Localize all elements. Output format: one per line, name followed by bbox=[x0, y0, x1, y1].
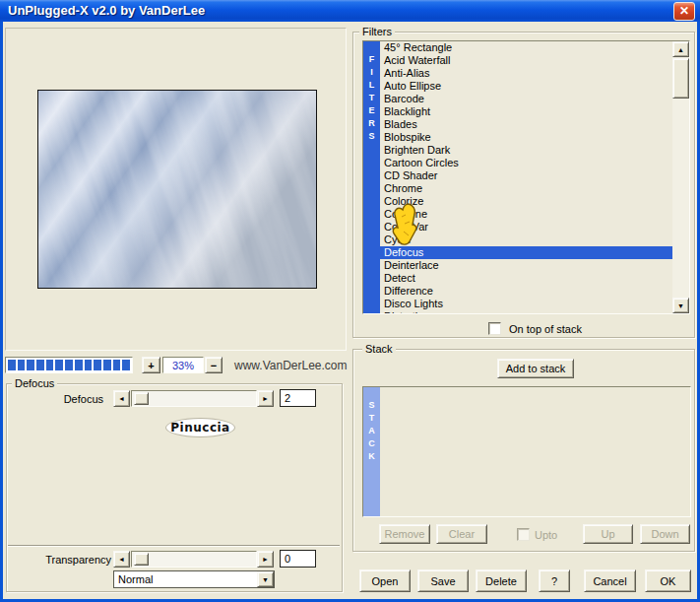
filter-list-item[interactable]: Disco Lights bbox=[380, 298, 672, 310]
transparency-slider-thumb[interactable] bbox=[134, 553, 149, 566]
filter-list-item[interactable]: Colorize bbox=[380, 195, 672, 208]
stack-list[interactable] bbox=[380, 387, 690, 516]
filter-list-item[interactable]: Barcode bbox=[380, 93, 672, 105]
progress-segment bbox=[65, 360, 73, 370]
defocus-slider-right-arrow-icon[interactable]: ► bbox=[257, 390, 274, 407]
remove-button[interactable]: Remove bbox=[379, 524, 430, 544]
upto-label: Upto bbox=[535, 529, 557, 541]
filters-group-title: Filters bbox=[359, 26, 395, 37]
zoom-progress-bar bbox=[5, 357, 133, 373]
stack-group-title: Stack bbox=[362, 343, 396, 355]
progress-segment bbox=[27, 360, 34, 370]
filter-list-item[interactable]: 45° Rectangle bbox=[380, 41, 672, 54]
transparency-slider-left-arrow-icon[interactable]: ◄ bbox=[113, 551, 130, 568]
filter-list-item[interactable]: Blacklight bbox=[380, 105, 672, 118]
scrollbar-down-arrow-icon[interactable]: ▼ bbox=[672, 298, 689, 313]
defocus-texture-image bbox=[38, 91, 317, 289]
filter-list-item[interactable]: CD Shader bbox=[380, 169, 672, 182]
defocus-slider-label: Defocus bbox=[56, 393, 103, 405]
help-button[interactable]: ? bbox=[539, 569, 570, 592]
on-top-of-stack-checkbox[interactable] bbox=[488, 322, 501, 335]
filter-list-item[interactable]: Brighten Dark bbox=[380, 144, 672, 157]
defocus-value-field[interactable]: 2 bbox=[280, 389, 316, 407]
save-button[interactable]: Save bbox=[417, 569, 469, 592]
zoom-out-button[interactable]: − bbox=[205, 357, 223, 373]
open-button[interactable]: Open bbox=[359, 569, 411, 592]
website-link[interactable]: www.VanDerLee.com bbox=[234, 359, 348, 372]
progress-segment bbox=[85, 360, 93, 370]
defocus-group-title: Defocus bbox=[12, 377, 57, 389]
transparency-slider-label: Transparency bbox=[30, 554, 111, 566]
filter-list-item[interactable]: Cartoon Circles bbox=[380, 157, 672, 169]
blend-mode-dropdown[interactable]: Normal ▼ bbox=[113, 570, 275, 588]
filter-list-item[interactable]: Cycle bbox=[380, 234, 672, 246]
filter-list-item[interactable]: Blades bbox=[380, 118, 672, 131]
transparency-slider-right-arrow-icon[interactable]: ► bbox=[257, 551, 274, 568]
upto-checkbox[interactable] bbox=[517, 528, 530, 541]
filter-list-item[interactable]: Blobspike bbox=[380, 131, 672, 144]
ok-button[interactable]: OK bbox=[645, 569, 691, 592]
titlebar[interactable]: UnPlugged-X v2.0 by VanDerLee ✕ bbox=[0, 0, 700, 22]
cancel-button[interactable]: Cancel bbox=[584, 569, 636, 592]
filter-list-item[interactable]: Acid Waterfall bbox=[380, 54, 672, 67]
scrollbar-thumb[interactable] bbox=[672, 58, 689, 99]
filter-list-item[interactable]: Chrome bbox=[380, 182, 672, 195]
progress-segment bbox=[103, 360, 111, 370]
filter-list-item[interactable]: Anti-Alias bbox=[380, 67, 672, 80]
up-button[interactable]: Up bbox=[583, 524, 633, 544]
blend-mode-selected-value: Normal bbox=[118, 571, 153, 587]
filter-list: 45° RectangleAcid WaterfallAnti-AliasAut… bbox=[380, 41, 672, 313]
unplugged-x-dialog: UnPlugged-X v2.0 by VanDerLee ✕ bbox=[0, 0, 700, 602]
filter-list-item[interactable]: Difference bbox=[380, 285, 672, 298]
scrollbar-up-arrow-icon[interactable]: ▲ bbox=[672, 41, 689, 57]
clear-button[interactable]: Clear bbox=[436, 524, 487, 544]
defocus-slider-track[interactable] bbox=[131, 390, 257, 407]
progress-segment bbox=[46, 360, 54, 370]
window-title: UnPlugged-X v2.0 by VanDerLee bbox=[8, 0, 205, 22]
filter-list-item[interactable]: Auto Ellipse bbox=[380, 80, 672, 93]
defocus-slider-left-arrow-icon[interactable]: ◄ bbox=[113, 390, 130, 407]
zoom-in-button[interactable]: + bbox=[142, 357, 160, 373]
add-to-stack-button[interactable]: Add to stack bbox=[497, 359, 574, 378]
progress-segment bbox=[94, 360, 101, 370]
filters-listbox: FILTERS 45° RectangleAcid WaterfallAnti-… bbox=[362, 40, 690, 314]
progress-segment bbox=[55, 360, 63, 370]
filters-scrollbar[interactable]: ▲ ▼ bbox=[672, 41, 689, 313]
progress-segment bbox=[113, 360, 121, 370]
preview-image[interactable] bbox=[37, 90, 317, 289]
pinuccia-badge: Pinuccia bbox=[165, 418, 235, 437]
filter-list-item[interactable]: Distortion bbox=[380, 310, 672, 313]
progress-segment bbox=[36, 360, 44, 370]
separator-line bbox=[8, 545, 340, 547]
close-icon: ✕ bbox=[679, 4, 689, 18]
zoom-percent-value: 33% bbox=[162, 357, 204, 373]
close-button[interactable]: ✕ bbox=[673, 2, 695, 21]
stack-vertical-tab: STACK bbox=[363, 387, 380, 516]
transparency-value-field[interactable]: 0 bbox=[280, 550, 316, 568]
filter-list-item[interactable]: Deinterlace bbox=[380, 259, 672, 272]
progress-segment bbox=[18, 360, 26, 370]
filter-list-item[interactable]: Combine bbox=[380, 208, 672, 221]
delete-button[interactable]: Delete bbox=[476, 569, 527, 592]
defocus-slider-thumb[interactable] bbox=[134, 392, 149, 405]
dropdown-arrow-icon[interactable]: ▼ bbox=[257, 571, 274, 587]
progress-segment bbox=[122, 360, 130, 370]
filter-list-item[interactable]: Defocus bbox=[380, 246, 672, 259]
progress-segment bbox=[8, 360, 16, 370]
filter-list-item[interactable]: Copy Var bbox=[380, 221, 672, 234]
down-button[interactable]: Down bbox=[640, 524, 690, 544]
on-top-of-stack-label: On top of stack bbox=[509, 323, 582, 335]
filter-list-item[interactable]: Detect bbox=[380, 272, 672, 285]
transparency-slider-track[interactable] bbox=[131, 551, 257, 568]
filters-vertical-tab: FILTERS bbox=[363, 41, 380, 313]
stack-listbox: STACK bbox=[362, 386, 691, 517]
progress-segment bbox=[75, 360, 83, 370]
